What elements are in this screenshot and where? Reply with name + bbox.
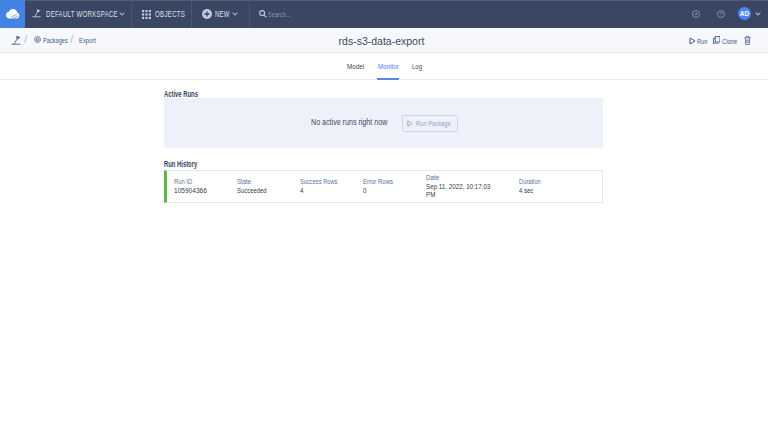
svg-text:?: ?: [720, 11, 723, 17]
